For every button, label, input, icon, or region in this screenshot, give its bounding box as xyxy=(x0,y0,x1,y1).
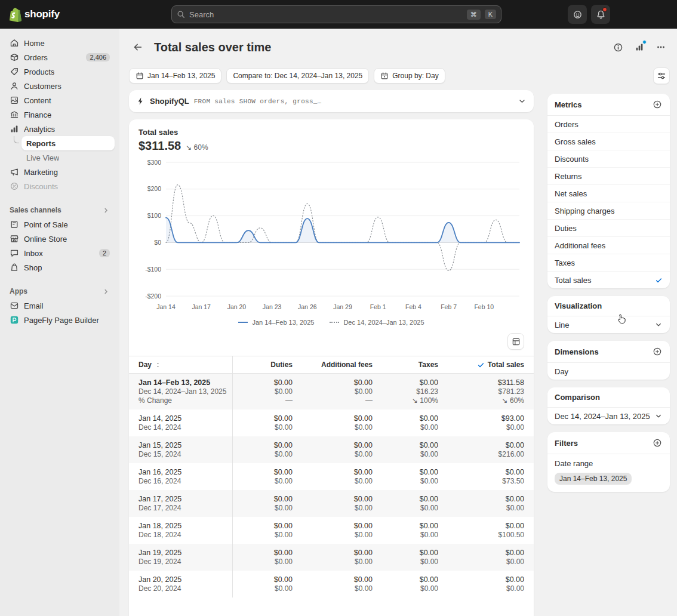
page-title: Total sales over time xyxy=(154,41,271,54)
sidebar-item-content[interactable]: Content xyxy=(5,93,115,107)
discounts-icon xyxy=(10,181,19,191)
filter-label: Date range xyxy=(555,459,663,468)
add-metric-button[interactable] xyxy=(652,99,663,110)
search-input[interactable]: Search ⌘ K xyxy=(171,5,501,23)
shopify-bag-icon xyxy=(8,7,21,22)
chevron-down-icon xyxy=(654,412,663,420)
sidebar-item-reports[interactable]: Reports xyxy=(21,136,115,150)
sidebar-item-label: Products xyxy=(24,67,54,76)
svg-text:Jan 17: Jan 17 xyxy=(192,303,211,310)
column-header-duties[interactable]: Duties xyxy=(233,356,302,373)
metric-option-gross-sales[interactable]: Gross sales xyxy=(547,133,670,150)
sidebar-item-label: Inbox xyxy=(24,249,43,258)
table-row[interactable]: Jan 19, 2025Dec 19, 2024$0.00$0.00$0.00$… xyxy=(129,544,534,571)
metric-option-duties[interactable]: Duties xyxy=(547,220,670,237)
visualization-value: Line xyxy=(555,321,570,329)
orders-count-badge: 2,406 xyxy=(86,53,110,61)
date-range-pill[interactable]: Jan 14–Feb 13, 2025 xyxy=(129,68,221,84)
table-row[interactable]: Jan 16, 2025Dec 16, 2024$0.00$0.00$0.00$… xyxy=(129,463,534,490)
metric-option-total-sales[interactable]: Total sales xyxy=(547,272,670,288)
report-actions xyxy=(609,38,670,56)
sidebar-item-email[interactable]: Email xyxy=(5,298,115,313)
legend-swatch xyxy=(330,322,339,323)
metric-option-net-sales[interactable]: Net sales xyxy=(547,185,670,202)
table-grid-icon xyxy=(512,337,521,346)
inbox-count-badge: 2 xyxy=(99,249,110,257)
group-by-pill[interactable]: Group by: Day xyxy=(374,68,445,84)
sidebar-item-label: Orders xyxy=(24,53,48,62)
sidebar-item-analytics[interactable]: Analytics xyxy=(5,122,115,136)
column-header-total-sales[interactable]: Total sales xyxy=(448,356,534,373)
svg-text:$300: $300 xyxy=(147,159,162,166)
metric-option-returns[interactable]: Returns xyxy=(547,168,670,185)
add-filter-button[interactable] xyxy=(652,438,663,448)
sidebar-item-marketing[interactable]: Marketing xyxy=(5,165,115,179)
table-row[interactable]: Jan 15, 2025Dec 15, 2024$0.00$0.00$0.00$… xyxy=(129,436,534,463)
notifications-button[interactable] xyxy=(591,5,610,24)
sidebar-item-point-of-sale[interactable]: Point of Sale xyxy=(5,217,115,232)
metric-option-orders[interactable]: Orders xyxy=(547,116,670,133)
insights-button[interactable] xyxy=(630,38,648,56)
svg-text:Jan 14: Jan 14 xyxy=(156,303,176,310)
shopifyql-bar[interactable]: ShopifyQL FROM sales SHOW orders, gross_… xyxy=(129,90,534,112)
metric-option-additional-fees[interactable]: Additional fees xyxy=(547,237,670,254)
metric-label: Discounts xyxy=(555,155,589,164)
lightning-icon xyxy=(136,97,145,106)
table-row[interactable]: Jan 14, 2025Dec 14, 2024$0.00$0.00$0.00$… xyxy=(129,409,534,436)
sidebar-item-customers[interactable]: Customers xyxy=(5,79,115,93)
content-icon xyxy=(10,96,19,105)
section-title: Sales channels xyxy=(10,206,61,214)
customize-report-button[interactable] xyxy=(653,67,670,84)
chevron-right-icon xyxy=(102,288,110,295)
section-header-sales-channels[interactable]: Sales channels xyxy=(5,203,115,217)
table-row[interactable]: Jan 18, 2025Dec 18, 2024$0.00$0.00$0.00$… xyxy=(129,517,534,544)
metric-option-shipping-charges[interactable]: Shipping charges xyxy=(547,202,670,220)
sidebar-item-inbox[interactable]: Inbox2 xyxy=(5,246,115,260)
shopify-logo[interactable]: shopify xyxy=(8,0,60,29)
sidebar-item-online-store[interactable]: Online Store xyxy=(5,232,115,246)
compare-to-label: Compare to: Dec 14, 2024–Jan 13, 2025 xyxy=(233,72,362,80)
table-view-button[interactable] xyxy=(507,333,524,350)
avatar-button[interactable] xyxy=(568,5,587,24)
svg-text:Feb 4: Feb 4 xyxy=(405,303,421,310)
metric-label: Net sales xyxy=(555,189,587,198)
svg-text:$200: $200 xyxy=(147,185,162,192)
sidebar-item-pagefly-page-builder[interactable]: PageFly Page Builder xyxy=(5,313,115,327)
column-header-taxes[interactable]: Taxes xyxy=(382,356,448,373)
section-header-apps[interactable]: Apps xyxy=(5,284,115,298)
sidebar-item-products[interactable]: Products xyxy=(5,64,115,79)
metric-option-discounts[interactable]: Discounts xyxy=(547,150,670,168)
table-row[interactable]: Jan 14–Feb 13, 2025Dec 14, 2024–Jan 13, … xyxy=(129,374,534,409)
table-row[interactable]: Jan 17, 2025Dec 17, 2024$0.00$0.00$0.00$… xyxy=(129,490,534,517)
visualization-select[interactable]: Line xyxy=(547,316,670,333)
sidebar-item-home[interactable]: Home xyxy=(5,36,115,50)
sidebar-item-shop[interactable]: Shop xyxy=(5,260,115,275)
sidebar-item-discounts[interactable]: Discounts xyxy=(5,179,115,193)
svg-text:$0: $0 xyxy=(154,239,161,246)
sidebar-item-live-view[interactable]: Live View xyxy=(21,150,115,165)
sidebar-item-orders[interactable]: Orders2,406 xyxy=(5,50,115,64)
metric-label: Returns xyxy=(555,172,582,181)
date-range-filter-tag[interactable]: Jan 14–Feb 13, 2025 xyxy=(555,473,632,485)
back-button[interactable] xyxy=(129,38,147,56)
search-icon xyxy=(177,10,185,19)
more-actions-button[interactable] xyxy=(652,38,670,56)
column-header-additional-fees[interactable]: Additional fees xyxy=(302,356,382,373)
compare-to-pill[interactable]: Compare to: Dec 14, 2024–Jan 13, 2025 xyxy=(226,68,369,84)
info-button[interactable] xyxy=(609,38,627,56)
add-dimension-button[interactable] xyxy=(652,346,663,357)
column-header-day[interactable]: Day xyxy=(129,356,233,373)
metric-option-taxes[interactable]: Taxes xyxy=(547,254,670,272)
chevron-down-icon[interactable] xyxy=(518,97,527,106)
topbar: shopify Search ⌘ K xyxy=(0,0,677,29)
shop-icon xyxy=(10,263,19,272)
dimension-option-day[interactable]: Day xyxy=(547,363,670,380)
dimensions-card: Dimensions Day xyxy=(547,341,670,380)
table-row[interactable]: Jan 20, 2025Dec 20, 2024$0.00$0.00$0.00$… xyxy=(129,571,534,597)
inbox-icon xyxy=(10,248,19,258)
comparison-select[interactable]: Dec 14, 2024–Jan 13, 2025 xyxy=(547,408,670,424)
date-range-label: Jan 14–Feb 13, 2025 xyxy=(147,72,215,80)
metrics-card: Metrics OrdersGross salesDiscountsReturn… xyxy=(547,94,670,288)
sliders-icon xyxy=(657,71,666,81)
sidebar-item-finance[interactable]: Finance xyxy=(5,107,115,122)
